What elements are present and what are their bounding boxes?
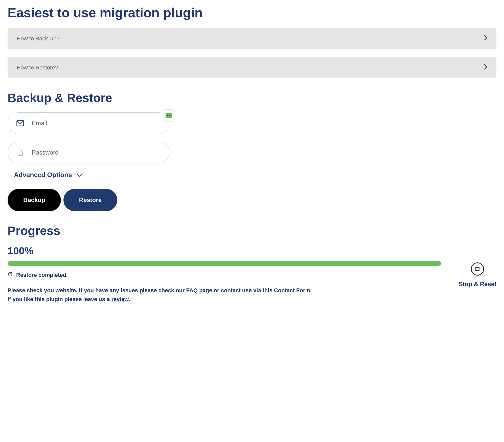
advanced-options-label: Advanced Options — [14, 171, 72, 179]
progress-status-text: Restore completed. — [16, 272, 68, 278]
backup-button[interactable]: Backup — [8, 189, 61, 211]
backup-restore-form: Advanced Options Backup Restore — [8, 112, 185, 211]
accordion-label: How to Restore? — [17, 64, 58, 71]
lock-icon — [16, 149, 24, 156]
stop-reset-label: Stop & Reset — [459, 280, 496, 288]
progress-bar — [8, 261, 441, 266]
action-buttons: Backup Restore — [8, 189, 185, 211]
password-manager-icon[interactable] — [163, 109, 175, 121]
email-field[interactable] — [8, 112, 169, 134]
email-icon — [16, 119, 24, 127]
progress-status-line: Restore completed. — [8, 272, 441, 278]
info-text-period: . — [310, 287, 312, 293]
email-field-wrapper — [8, 112, 169, 134]
chevron-right-icon — [484, 35, 487, 42]
password-field[interactable] — [8, 142, 169, 163]
info-text-2: or contact use via — [212, 287, 262, 293]
chevron-right-icon — [484, 64, 487, 71]
advanced-options-toggle[interactable]: Advanced Options — [14, 171, 185, 179]
chevron-down-icon — [77, 171, 82, 179]
stop-icon — [471, 262, 484, 276]
info-text-3: If you like this plugin please leave us … — [8, 296, 111, 302]
progress-info-text: Please check you website. If you have an… — [8, 286, 441, 304]
stop-reset-button[interactable]: Stop & Reset — [459, 261, 496, 288]
page-title: Easiest to use migration plugin — [8, 5, 496, 20]
accordion-how-to-backup[interactable]: How to Back Up? — [8, 28, 496, 49]
contact-form-link[interactable]: this Contact Form — [263, 287, 310, 293]
info-text-4: . — [129, 296, 130, 302]
svg-rect-1 — [18, 152, 22, 156]
refresh-icon — [8, 272, 13, 278]
review-link[interactable]: review — [111, 296, 129, 302]
section-title-progress: Progress — [8, 224, 496, 238]
progress-content: Restore completed. Please check you webs… — [8, 261, 441, 304]
info-text-1: Please check you website. If you have an… — [8, 287, 186, 293]
faq-link[interactable]: FAQ page — [186, 287, 212, 293]
accordion-how-to-restore[interactable]: How to Restore? — [8, 57, 496, 78]
password-field-wrapper — [8, 142, 169, 163]
restore-button[interactable]: Restore — [63, 189, 117, 211]
section-title-backup-restore: Backup & Restore — [8, 91, 496, 105]
progress-percent: 100% — [8, 245, 496, 257]
accordion-label: How to Back Up? — [17, 35, 60, 42]
progress-row: Restore completed. Please check you webs… — [8, 261, 496, 304]
